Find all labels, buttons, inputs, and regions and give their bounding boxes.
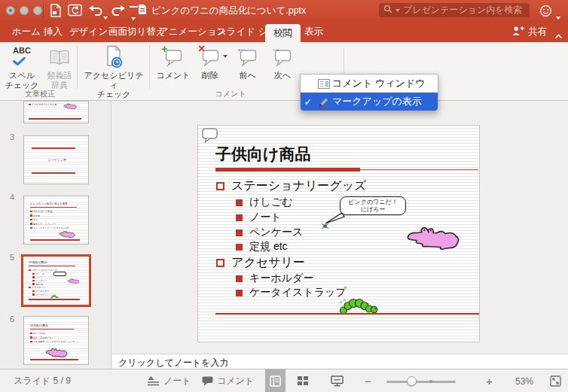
search-placeholder: プレゼンテーション内を検索 [403,4,523,17]
tab-design[interactable]: デザイン [69,21,108,42]
slide-indicator: スライド 5 / 9 [14,369,71,392]
fit-to-window-icon [550,375,561,387]
notes-toggle[interactable]: ノート [148,369,191,392]
slide-bullet[interactable]: ペンケース [236,226,303,239]
fit-slide-to-window-button[interactable] [545,369,566,392]
slide-bullet[interactable]: ステーショナリーグッズ [216,178,366,194]
slide-bullet[interactable]: ケータイストラップ [236,286,347,299]
unsaved-dot [9,9,12,12]
notes-placeholder: クリックしてノートを入力 [118,357,229,369]
add-person-icon [512,26,524,38]
speech-bubble[interactable]: ピンクのワニだ！にげろー [340,196,406,215]
search-input[interactable]: プレゼンテーション内を検索 [379,3,530,17]
zoom-slider-track[interactable] [386,381,456,383]
bullet-square-icon [236,275,243,282]
title-underline [215,168,360,172]
tab-view[interactable]: 表示 [304,21,323,42]
slide-bottom-line [215,313,479,315]
slide-bullet[interactable]: けしごむ [236,196,292,209]
view-slideshow-button[interactable] [327,369,347,392]
thumbnail-slide-6[interactable]: 幼児向け商品 ぬいぐるみ 絵本（読み聞かせ） その他全般（ピンクのワニをあしらっ… [23,316,89,365]
pink-crocodile-mini [63,102,77,109]
titlebar-separator [43,3,44,18]
notes-pane[interactable]: クリックしてノートを入力 [112,354,568,369]
thesaurus-book-icon [49,44,70,71]
ribbon-divider [149,47,150,89]
undo-icon[interactable] [89,4,102,20]
slide-title[interactable]: 子供向け商品 [215,144,311,165]
tab-home[interactable]: ホーム [12,21,41,42]
feedback-smiley-icon[interactable] [539,5,552,20]
new-comment-button[interactable]: + コメント [155,44,191,81]
new-comment-icon: + [163,44,184,71]
slide-comment-marker-icon[interactable] [202,128,218,143]
zoom-window-button[interactable] [33,6,42,15]
ribbon-review: ABC スペルチェック 類義語辞典 アクセシビリティチェック + [0,42,568,101]
checkmark-icon: ✓ [301,96,316,108]
search-scope-caret[interactable] [395,9,400,12]
previous-comment-button[interactable]: ← 前へ [231,44,265,81]
view-slide-sorter-button[interactable] [292,369,313,392]
delete-dropdown-caret[interactable] [223,55,228,58]
group-label-comments: コメント [155,89,306,99]
document-icon [138,4,147,17]
spell-check-button[interactable]: ABC スペルチェック [3,44,41,90]
powerpoint-window: ピンクのワニの商品化について.pptx プレゼンテーション内を検索 ホーム 挿入… [0,0,568,392]
normal-view-icon [270,375,281,387]
menu-item-show-markup[interactable]: ✓ マークアップの表示 [301,93,438,111]
accessibility-check-button[interactable]: アクセシビリティチェック [81,44,146,99]
tab-review[interactable]: 校閲 [265,24,301,42]
thumbnail-number: 3 [10,132,14,141]
bullet-square-icon [236,199,243,206]
slide-thumbnail-pane: 小さな子供たちに大人気 3 ターゲット層 4 ピンクのワニ商品が使える風景 子供… [0,101,111,369]
tab-transitions[interactable]: 画面切り替え [108,21,166,42]
next-comment-icon: → [272,44,293,71]
right-arrow-glyph: → [270,43,281,54]
thesaurus-button[interactable]: 類義語辞典 [42,44,77,90]
comment-pane-dropdown-menu: コメント ウィンドウ ✓ マークアップの表示 [300,74,438,111]
comments-toggle[interactable]: コメント [202,369,254,392]
thumbnail-number: 5 [10,253,14,262]
new-presentation-icon[interactable] [50,4,62,20]
previous-comment-icon: ← [237,44,258,71]
pink-crocodile-mini [67,278,80,284]
save-icon[interactable] [68,4,83,20]
notes-icon [148,376,160,386]
minimize-button[interactable] [20,6,29,15]
fleeing-bug[interactable] [321,222,329,230]
x-glyph: × [198,43,205,54]
slide-bullet[interactable]: 定規 etc [236,240,288,254]
next-comment-button[interactable]: → 次へ [265,44,300,81]
zoom-slider-tick [429,380,432,383]
pink-crocodile-mini [59,229,75,238]
speech-bubble-mini [53,272,66,276]
thumbnail-slide-5-selected[interactable]: 子供向け商品 ステーショナリーグッズ けしごむ ノート ペンケース 定規 etc… [21,254,91,307]
menu-item-comment-window[interactable]: コメント ウィンドウ [301,74,438,93]
bullet-square-icon [216,259,224,267]
zoom-out-button[interactable]: − [365,369,371,392]
tab-animations[interactable]: アニメーション [159,21,226,42]
thumbnail-slide-4[interactable]: ピンクのワニ商品が使える風景 子供向け(〜小学生) 幼児用 大人 親子ペア、ファ… [23,196,89,245]
slide-bullet[interactable]: アクセサリー [216,255,305,271]
view-normal-button[interactable] [265,369,286,392]
title-underline-thin [360,169,478,171]
share-button[interactable]: 共有 [512,21,547,42]
tab-insert[interactable]: 挿入 [44,21,63,42]
zoom-slider-handle[interactable] [407,376,417,386]
redo-icon[interactable] [111,4,125,20]
zoom-in-button[interactable]: + [486,369,493,392]
slide-bullet[interactable]: キーホルダー [236,272,313,285]
close-button[interactable] [6,6,15,15]
collapse-ribbon-chevron[interactable] [554,29,563,42]
bullet-square-icon [236,244,243,251]
thumbnail-slide-2[interactable]: 小さな子供たちに大人気 [23,101,89,123]
slide-bullet[interactable]: ノート [236,211,282,224]
delete-comment-button[interactable]: × 削除 [193,44,228,81]
titlebar: ピンクのワニの商品化について.pptx プレゼンテーション内を検索 [0,0,568,21]
ribbon-divider [77,47,78,89]
delete-comment-icon: × [200,44,221,71]
thumbnail-slide-3[interactable]: ターゲット層 [23,135,89,184]
pink-crocodile-drawing[interactable] [406,222,460,250]
search-icon [383,5,392,16]
slide-canvas[interactable]: 子供向け商品 ステーショナリーグッズ けしごむ ノート ペンケース 定規 etc… [197,125,480,342]
